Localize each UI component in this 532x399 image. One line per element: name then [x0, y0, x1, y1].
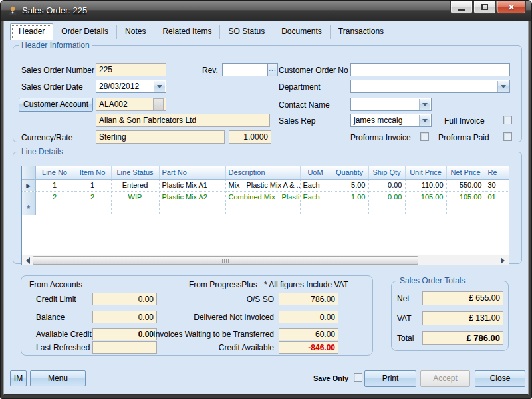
grand-total-field: £ 786.00: [422, 331, 503, 345]
col-description[interactable]: Description: [225, 166, 300, 179]
cell-unit-price[interactable]: 105.00: [405, 191, 446, 203]
cell-req[interactable]: 01: [485, 191, 509, 203]
cell-line-no[interactable]: 1: [35, 179, 74, 191]
cell-item-no[interactable]: 1: [74, 179, 111, 191]
contact-name-combo[interactable]: [350, 98, 432, 111]
cell-net-price[interactable]: 105.00: [446, 191, 485, 203]
col-item-no[interactable]: Item No: [74, 166, 111, 179]
scrollbar-thumb[interactable]: [33, 256, 418, 265]
scroll-left-arrow-icon[interactable]: [22, 255, 33, 265]
tab-strip: Header Order Details Notes Related Items…: [10, 25, 392, 39]
menu-button[interactable]: Menu: [30, 370, 86, 386]
close-button[interactable]: ✕: [497, 1, 526, 14]
chevron-down-icon[interactable]: [154, 81, 165, 92]
col-net-price[interactable]: Net Price: [446, 166, 485, 179]
user-icon: [7, 5, 18, 16]
last-refreshed-field: [92, 341, 157, 354]
currency-rate-label: Currency/Rate: [21, 133, 72, 142]
header-information-group: Header Information Sales Order Number 22…: [13, 41, 522, 142]
from-progressplus-title: From ProgressPlus: [189, 280, 257, 289]
cell-line-status[interactable]: WIP: [111, 191, 159, 203]
title-bar[interactable]: Sales Order: 225 ✕: [1, 1, 531, 21]
scrollbar-grip-icon: [222, 259, 229, 263]
sales-order-number-label: Sales Order Number: [21, 66, 94, 75]
cell-uom[interactable]: Each: [300, 191, 331, 203]
proforma-paid-checkbox[interactable]: [503, 132, 512, 141]
cell-ship-qty[interactable]: 0.00: [368, 191, 405, 203]
balance-label: Balance: [36, 313, 65, 322]
available-credit-label: Available Credit: [36, 330, 92, 339]
cell-part-no[interactable]: Plastic Mix A1: [159, 179, 225, 191]
cell-unit-price[interactable]: 110.00: [405, 179, 446, 191]
chevron-down-icon[interactable]: [497, 81, 509, 92]
close-action-button[interactable]: Close: [475, 370, 525, 387]
sales-order-date-combo[interactable]: 28/03/2012: [96, 80, 166, 93]
cell-net-price[interactable]: 550.00: [446, 179, 485, 191]
col-quantity[interactable]: Quantity: [331, 166, 368, 179]
save-only-checkbox[interactable]: [354, 373, 362, 382]
department-combo[interactable]: [350, 80, 510, 93]
sales-rep-combo[interactable]: james mccaig: [350, 114, 432, 127]
minimize-icon: [458, 9, 465, 11]
maximize-icon: [481, 4, 488, 10]
col-line-no[interactable]: Line No: [35, 166, 74, 179]
tab-order-details[interactable]: Order Details: [53, 25, 117, 39]
delivered-not-invoiced-label: Delivered Not Invoiced: [154, 313, 274, 322]
col-uom[interactable]: UoM: [300, 166, 331, 179]
cell-description[interactable]: Mix - Plastic Mix A & ...: [225, 179, 300, 191]
grid-new-row[interactable]: *: [22, 203, 509, 215]
proforma-invoice-checkbox[interactable]: [420, 132, 429, 141]
maximize-button[interactable]: [473, 1, 496, 14]
print-button[interactable]: Print: [364, 370, 416, 387]
minimize-button[interactable]: [450, 1, 473, 14]
credit-limit-label: Credit Limit: [36, 295, 76, 304]
col-line-status[interactable]: Line Status: [111, 166, 159, 179]
proforma-paid-label: Proforma Paid: [438, 133, 489, 142]
tab-documents[interactable]: Documents: [273, 25, 331, 39]
customer-name-field[interactable]: Allan & Son Fabricators Ltd: [96, 114, 270, 127]
tab-related-items[interactable]: Related Items: [154, 25, 220, 39]
tab-notes[interactable]: Notes: [117, 25, 154, 39]
chevron-down-icon[interactable]: [419, 115, 430, 126]
accept-button[interactable]: Accept: [420, 370, 470, 387]
customer-order-no-field[interactable]: [350, 63, 510, 76]
cell-line-status[interactable]: Entered: [111, 179, 159, 191]
tab-header[interactable]: Header: [10, 23, 53, 40]
grid-horizontal-scrollbar[interactable]: [22, 255, 509, 265]
currency-field[interactable]: Sterling: [96, 130, 225, 144]
vat-total-field: £ 131.00: [422, 311, 503, 325]
col-part-no[interactable]: Part No: [159, 166, 225, 179]
cell-item-no[interactable]: 2: [74, 191, 111, 203]
net-total-field: £ 655.00: [422, 291, 503, 305]
cell-req[interactable]: 30: [485, 179, 509, 191]
im-button[interactable]: IM: [10, 370, 27, 386]
cell-quantity[interactable]: 5.00: [331, 179, 368, 191]
col-ship-qty[interactable]: Ship Qty: [368, 166, 405, 179]
chevron-down-icon[interactable]: [419, 99, 430, 110]
customer-account-browse-button[interactable]: ...: [153, 98, 164, 110]
grid-header-row: Line No Item No Line Status Part No Desc…: [22, 166, 509, 179]
cell-description[interactable]: Combined Mix - Plasti...: [225, 191, 300, 203]
scroll-right-arrow-icon[interactable]: [498, 255, 509, 265]
rev-browse-button[interactable]: ...: [267, 63, 278, 76]
sales-order-number-field[interactable]: 225: [96, 63, 166, 76]
col-req[interactable]: Re: [485, 166, 509, 179]
tab-transactions[interactable]: Transactions: [331, 25, 392, 39]
cell-part-no[interactable]: Plastic Mix A2: [159, 191, 225, 203]
cell-quantity[interactable]: 1.00: [331, 191, 368, 203]
rev-field[interactable]: [222, 63, 267, 76]
full-invoice-checkbox[interactable]: [503, 116, 512, 124]
os-so-label: O/S SO: [154, 295, 274, 304]
os-so-field: 786.00: [279, 293, 338, 305]
col-unit-price[interactable]: Unit Price: [405, 166, 446, 179]
grid-row-1[interactable]: ▶ 1 1 Entered Plastic Mix A1 Mix - Plast…: [22, 179, 509, 191]
cell-line-no[interactable]: 2: [35, 191, 74, 203]
customer-order-no-label: Customer Order No: [279, 66, 348, 75]
tab-so-status[interactable]: SO Status: [220, 25, 273, 39]
grid-row-2[interactable]: 2 2 WIP Plastic Mix A2 Combined Mix - Pl…: [22, 191, 509, 203]
cell-uom[interactable]: Each: [300, 179, 331, 191]
cell-ship-qty[interactable]: 0.00: [368, 179, 405, 191]
sales-order-totals-label: Sales Order Totals: [397, 276, 468, 285]
rate-field[interactable]: 1.0000: [229, 130, 271, 144]
customer-account-button[interactable]: Customer Account: [19, 98, 93, 112]
